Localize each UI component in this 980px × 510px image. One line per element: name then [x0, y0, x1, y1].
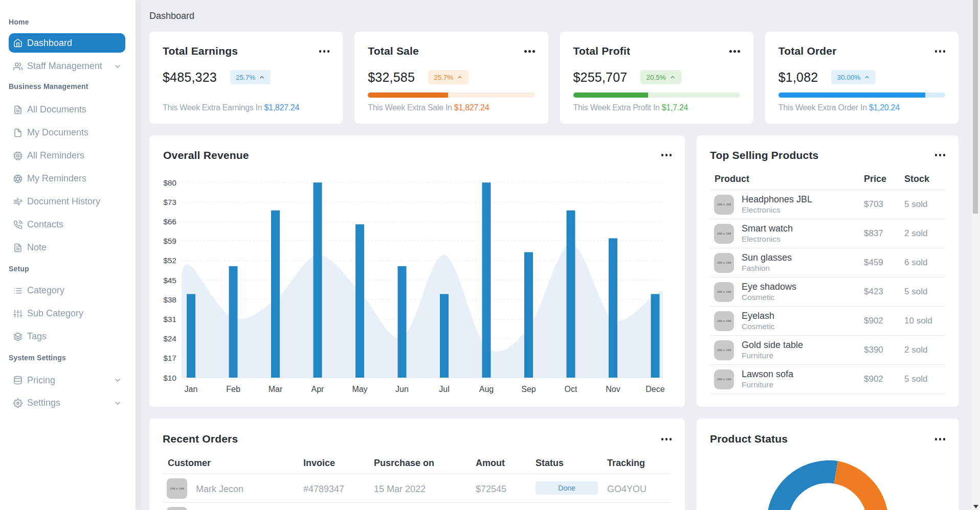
svg-text:Feb: Feb [226, 385, 240, 393]
svg-text:Oct: Oct [565, 385, 577, 393]
svg-text:Jan: Jan [185, 385, 198, 393]
svg-text:Jul: Jul [439, 385, 449, 393]
svg-text:Sep: Sep [521, 385, 536, 393]
svg-text:Apr: Apr [311, 385, 325, 393]
svg-text:$17: $17 [163, 354, 176, 362]
svg-text:$24: $24 [163, 334, 176, 343]
svg-text:$59: $59 [163, 237, 176, 245]
svg-text:$31: $31 [163, 315, 176, 323]
svg-text:Jun: Jun [395, 385, 409, 393]
svg-text:May: May [352, 385, 367, 393]
svg-text:$66: $66 [163, 217, 176, 226]
svg-text:$80: $80 [163, 178, 176, 187]
svg-text:$73: $73 [163, 198, 176, 206]
svg-text:Nov: Nov [606, 385, 620, 393]
svg-text:$45: $45 [163, 276, 176, 285]
svg-text:Aug: Aug [479, 385, 494, 393]
svg-text:Mar: Mar [269, 385, 283, 393]
svg-text:Dece: Dece [645, 385, 664, 393]
svg-text:$38: $38 [163, 295, 176, 304]
svg-text:$52: $52 [163, 256, 176, 265]
svg-text:$10: $10 [163, 374, 176, 382]
